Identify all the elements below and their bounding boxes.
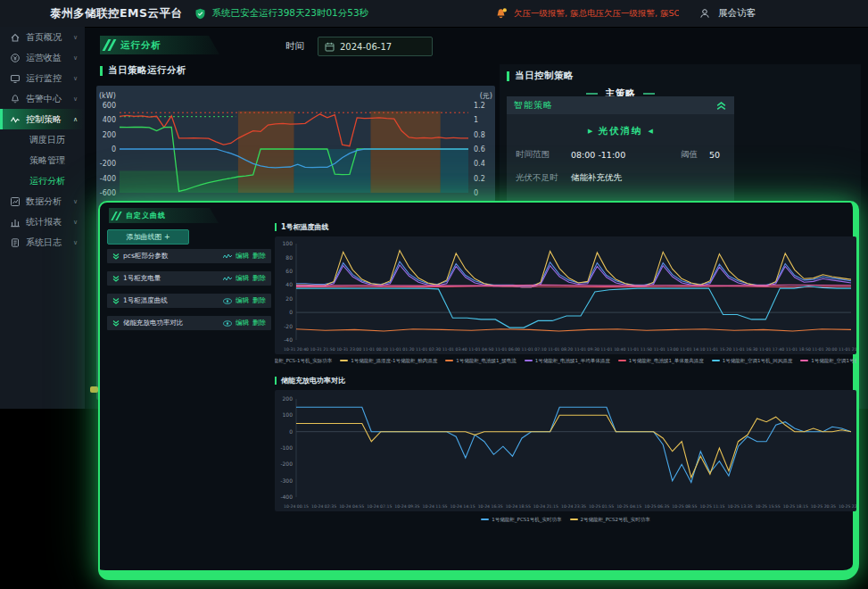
svg-text:10-25 22:59: 10-25 22:59 <box>839 504 856 509</box>
curve-list-item: 1号柜充电量 编辑 删除 <box>107 271 271 286</box>
legend-item[interactable]: 1号储能柜_PCS1号机_实时功率 <box>481 517 561 523</box>
legend-item[interactable]: 1号储能柜_电池簇1_单体最高温度 <box>618 358 704 364</box>
svg-text:10-25 06:35: 10-25 06:35 <box>644 504 669 509</box>
legend-item[interactable]: 1号储能柜_PCS-1号机_实际功率 <box>275 358 332 364</box>
sidebar-item-data-analysis[interactable]: 数据分析 ∨ <box>0 191 85 212</box>
svg-text:600: 600 <box>103 102 116 110</box>
svg-text:40: 40 <box>285 281 293 287</box>
chevron-down-icon: ∨ <box>73 239 78 246</box>
svg-text:10-31 23:00: 10-31 23:00 <box>336 347 361 352</box>
svg-text:-40: -40 <box>284 336 293 343</box>
legend-swatch <box>618 360 626 361</box>
chevron-down-icon: ∨ <box>73 54 78 62</box>
sidebar-item-alarm-center[interactable]: 告警中心 ∨ <box>0 88 85 109</box>
delete-link[interactable]: 删除 <box>252 274 266 283</box>
curve-toggle-icon[interactable] <box>112 319 120 327</box>
svg-text:100: 100 <box>283 240 293 246</box>
triangle-right-icon: ▶ <box>588 128 592 135</box>
alarm-bell-icon[interactable] <box>494 7 508 21</box>
topbar-right: 欠压一级报警, 簇总电压欠压一级报警, 簇SO 展会访客 <box>494 7 868 21</box>
svg-text:10-24 00:15: 10-24 00:15 <box>284 504 309 509</box>
curve-toggle-icon[interactable] <box>112 297 120 304</box>
sidebar-item-system-log[interactable]: 系统日志 ∨ <box>0 232 85 253</box>
eye-icon[interactable] <box>223 298 232 304</box>
legend-item[interactable]: 1号储能柜_电池簇1_平均单体温度 <box>525 358 610 364</box>
add-curve-button[interactable]: 添加曲线图 + <box>107 229 189 245</box>
svg-text:10-31 20:40: 10-31 20:40 <box>284 347 309 352</box>
alert-marquee[interactable]: 欠压一级报警, 簇总电压欠压一级报警, 簇SO <box>514 8 679 20</box>
sidebar-item-control-strategy[interactable]: 控制策略 ∧ <box>0 109 85 129</box>
tab-custom-curves[interactable]: 自定义曲线 <box>109 208 219 223</box>
legend-item[interactable]: 1号储能柜_电池簇1_簇电流 <box>445 358 517 364</box>
tab-run-analysis[interactable]: 运行分析 <box>100 36 219 54</box>
double-chevron-up-icon[interactable] <box>715 101 727 111</box>
svg-text:10-25 01:55: 10-25 01:55 <box>589 504 614 509</box>
svg-text:200: 200 <box>103 131 116 139</box>
sidebar-item-revenue[interactable]: 运营收益 ∨ <box>0 47 85 68</box>
svg-text:11-01 20:00: 11-01 20:00 <box>812 347 837 352</box>
app-title: 泰州多储联控EMS云平台 <box>50 6 182 21</box>
eye-icon[interactable] <box>223 320 232 327</box>
sidebar-item-reports[interactable]: 统计报表 ∨ <box>0 212 85 232</box>
svg-text:10-31 21:50: 10-31 21:50 <box>310 347 335 352</box>
edit-link[interactable]: 编辑 <box>236 274 249 283</box>
sidebar-subitem-strategy-management[interactable]: 策略管理 <box>0 150 85 170</box>
svg-text:-200: -200 <box>100 160 116 168</box>
legend-swatch <box>340 360 348 361</box>
svg-text:10-25 11:15: 10-25 11:15 <box>699 504 724 509</box>
current-user[interactable]: 展会访客 <box>718 7 756 20</box>
chart-title-power-compare: 储能充放电功率对比 <box>275 376 345 386</box>
svg-text:10-24 14:15: 10-24 14:15 <box>451 504 475 509</box>
sidebar-item-home[interactable]: 首页概况 ∨ <box>0 27 85 47</box>
report-icon <box>10 217 21 228</box>
legend-item[interactable]: 2号储能柜_PCS2号机_实时功率 <box>570 517 650 523</box>
legend-item[interactable]: 1号储能柜_温湿度-1号储能柜_舱内温度 <box>340 358 437 364</box>
smart-strategy-header[interactable]: 智能策略 <box>507 96 734 114</box>
edit-link[interactable]: 编辑 <box>236 319 249 328</box>
svg-text:11-01 08:20: 11-01 08:20 <box>548 347 573 352</box>
sidebar-subitem-dispatch-calendar[interactable]: 调度日历 <box>0 129 85 150</box>
delete-link[interactable]: 删除 <box>252 252 266 261</box>
svg-text:11-01 07:10: 11-01 07:10 <box>522 347 547 352</box>
delete-link[interactable]: 删除 <box>252 319 266 328</box>
edit-link[interactable]: 编辑 <box>236 252 249 261</box>
svg-text:400: 400 <box>103 116 116 124</box>
temperature-chart: 100806040200-20-4010-31 20:4010-31 21:50… <box>275 236 856 354</box>
svg-text:10-25 18:15: 10-25 18:15 <box>783 504 808 509</box>
svg-text:0.8: 0.8 <box>474 131 485 139</box>
sidebar: 首页概况 ∨ 运营收益 ∨ 运行监控 ∨ 告警中心 ∨ 控制策略 ∧ <box>0 27 85 409</box>
delete-link[interactable]: 删除 <box>252 296 266 305</box>
legend-swatch <box>481 518 489 520</box>
date-picker[interactable]: 2024-06-17 <box>318 37 433 56</box>
curve-toggle-icon[interactable] <box>112 275 120 282</box>
edit-link[interactable]: 编辑 <box>236 296 249 305</box>
sidebar-item-monitoring[interactable]: 运行监控 ∨ <box>0 68 85 88</box>
svg-text:10-25 13:35: 10-25 13:35 <box>728 504 753 509</box>
svg-text:-20: -20 <box>284 323 293 329</box>
legend-swatch <box>800 360 808 361</box>
user-icon[interactable] <box>699 8 710 19</box>
curve-list-item: 1号柜温度曲线 编辑 删除 <box>107 294 271 308</box>
curve-toggle-icon[interactable] <box>112 253 120 260</box>
chart-title-temperature: 1号柜温度曲线 <box>275 222 329 232</box>
svg-text:100: 100 <box>283 411 293 418</box>
line-chart-icon <box>223 253 232 260</box>
svg-text:11-01 09:30: 11-01 09:30 <box>575 347 599 352</box>
power-compare-chart-legend: 1号储能柜_PCS1号机_实时功率2号储能柜_PCS2号机_实时功率 <box>275 515 856 524</box>
home-icon <box>10 32 21 43</box>
sidebar-subitem-run-analysis[interactable]: 运行分析 <box>0 170 85 191</box>
svg-text:-200: -200 <box>280 460 293 467</box>
svg-text:11-01 16:30: 11-01 16:30 <box>732 347 757 352</box>
revenue-icon <box>10 53 21 63</box>
svg-text:11-01 01:20: 11-01 01:20 <box>389 347 414 352</box>
curve-list: pcs柜部分参数 编辑 删除 1号柜充电量 编辑 删除 1号柜温度曲线 编辑 删… <box>107 249 271 338</box>
svg-text:10-25 08:55: 10-25 08:55 <box>672 504 697 509</box>
monitor-icon <box>10 73 21 84</box>
chart-legend-marker <box>90 386 98 393</box>
svg-text:10-24 18:55: 10-24 18:55 <box>506 504 531 509</box>
line-chart-icon <box>223 276 232 282</box>
svg-text:10-24 16:35: 10-24 16:35 <box>478 504 503 509</box>
legend-item[interactable]: 1号储能柜_空调1号机_出风温度 <box>800 358 856 364</box>
legend-item[interactable]: 1号储能柜_空调1号机_回风温度 <box>712 358 793 364</box>
svg-text:1.2: 1.2 <box>474 102 485 110</box>
